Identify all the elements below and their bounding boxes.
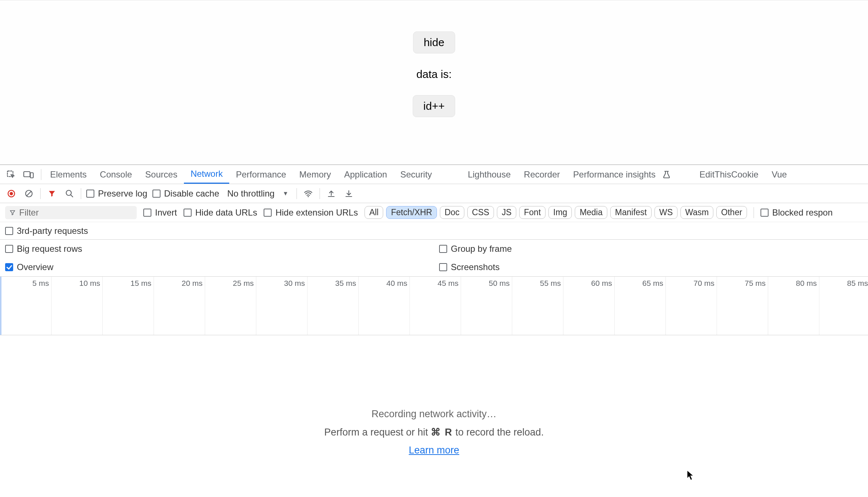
throttling-value: No throttling [227,188,274,199]
tab-sources[interactable]: Sources [139,165,184,184]
filter-chip-manifest[interactable]: Manifest [610,206,652,219]
tab-memory[interactable]: Memory [293,165,338,184]
svg-line-9 [71,195,73,197]
filter-chip-media[interactable]: Media [575,206,607,219]
big-request-rows-checkbox[interactable]: Big request rows [5,244,82,254]
devtools-panel: ElementsConsoleSourcesNetworkPerformance… [0,165,868,456]
timeline-tick-label: 40 ms [386,279,410,288]
timeline-tick [307,277,307,335]
tab-recorder[interactable]: Recorder [517,165,567,184]
big-rows-label: Big request rows [17,244,82,254]
timeline-tick-label: 50 ms [489,279,512,288]
tab-application[interactable]: Application [337,165,393,184]
preserve-log-checkbox[interactable]: Preserve log [86,188,147,199]
filter-input-wrap[interactable] [5,206,137,219]
export-har-icon[interactable] [343,187,355,200]
hide-data-urls-checkbox[interactable]: Hide data URLs [184,208,257,218]
filter-chip-wasm[interactable]: Wasm [680,206,713,219]
inspect-element-icon[interactable] [4,167,18,182]
tab-editthiscookie[interactable]: EditThisCookie [693,165,765,184]
tab-performance[interactable]: Performance [229,165,293,184]
clear-icon[interactable] [23,187,35,200]
overview-checkbox[interactable]: Overview [5,262,53,272]
network-conditions-icon[interactable] [302,187,314,200]
hide-extension-urls-label: Hide extension URLs [275,208,358,218]
filter-chip-other[interactable]: Other [716,206,747,219]
tab-lighthouse[interactable]: Lighthouse [461,165,517,184]
filter-chip-fetch-xhr[interactable]: Fetch/XHR [386,206,437,219]
checkbox-icon [264,209,272,217]
view-options: Big request rows Group by frame Overview… [0,240,868,277]
timeline-overview[interactable]: 5 ms10 ms15 ms20 ms25 ms30 ms35 ms40 ms4… [0,277,868,335]
device-toolbar-icon[interactable] [21,167,36,182]
timeline-tick-label: 35 ms [335,279,358,288]
filter-chip-css[interactable]: CSS [467,206,494,219]
big-rows-cell: Big request rows [0,240,434,258]
checkbox-icon [439,263,447,271]
svg-point-10 [307,196,309,197]
filter-chip-doc[interactable]: Doc [440,206,464,219]
import-har-icon[interactable] [325,187,337,200]
filter-chip-js[interactable]: JS [497,206,516,219]
recording-hint: Perform a request or hit ⌘ R to record t… [0,426,868,438]
tab-elements[interactable]: Elements [44,165,93,184]
filter-chip-img[interactable]: Img [548,206,572,219]
timeline-tick-label: 55 ms [540,279,563,288]
throttling-select[interactable]: No throttling ▼ [224,188,291,199]
tab-console[interactable]: Console [93,165,139,184]
invert-checkbox[interactable]: Invert [143,208,177,218]
timeline-tick [51,277,52,335]
timeline-tick [665,277,666,335]
timeline-tick-label: 80 ms [796,279,819,288]
group-by-frame-checkbox[interactable]: Group by frame [439,244,512,254]
record-button[interactable] [5,187,18,200]
chevron-down-icon: ▼ [283,190,288,197]
id-plus-button[interactable]: id++ [413,95,455,117]
checkbox-icon [5,227,13,235]
filter-chip-font[interactable]: Font [519,206,546,219]
tab-network[interactable]: Network [184,165,229,184]
hint-key: ⌘ R [431,427,453,438]
disable-cache-label: Disable cache [164,188,219,199]
timeline-tick-label: 75 ms [745,279,768,288]
learn-more-link[interactable]: Learn more [409,445,459,456]
group-frame-label: Group by frame [451,244,512,254]
filter-chip-all[interactable]: All [365,206,384,219]
timeline-tick [256,277,256,335]
filter-toggle-icon[interactable] [46,187,58,200]
funnel-icon [10,209,16,216]
checkbox-icon [5,245,13,253]
divider [40,188,41,199]
tab-vue[interactable]: Vue [765,165,793,184]
thirdparty-checkbox[interactable]: 3rd-party requests [5,226,88,236]
timeline-tick [819,277,819,335]
timeline-tick [102,277,103,335]
tab-security[interactable]: Security [394,165,439,184]
filter-input[interactable] [19,208,132,218]
checkbox-icon [761,209,769,217]
screenshots-checkbox[interactable]: Screenshots [439,262,499,272]
svg-rect-1 [24,172,30,177]
search-icon[interactable] [63,187,76,200]
timeline-selection[interactable] [0,277,1,335]
timeline-tick [512,277,512,335]
hide-extension-urls-checkbox[interactable]: Hide extension URLs [264,208,358,218]
thirdparty-row: 3rd-party requests [0,222,868,240]
hide-button[interactable]: hide [413,31,455,53]
timeline-tick-label: 60 ms [591,279,614,288]
overview-cell: Overview [0,258,434,276]
mouse-cursor-icon [687,470,695,481]
filter-chip-ws[interactable]: WS [654,206,678,219]
blocked-response-label: Blocked respon [772,208,833,218]
tab-performance-insights[interactable]: Performance insights [567,165,662,184]
divider [754,207,754,218]
timeline-tick [614,277,615,335]
timeline-tick [768,277,768,335]
blocked-response-checkbox[interactable]: Blocked respon [761,208,833,218]
divider [297,188,297,199]
thirdparty-label: 3rd-party requests [17,226,88,236]
data-is-label: data is: [416,68,452,81]
disable-cache-checkbox[interactable]: Disable cache [152,188,219,199]
checkbox-icon [5,263,13,271]
divider [41,169,41,180]
